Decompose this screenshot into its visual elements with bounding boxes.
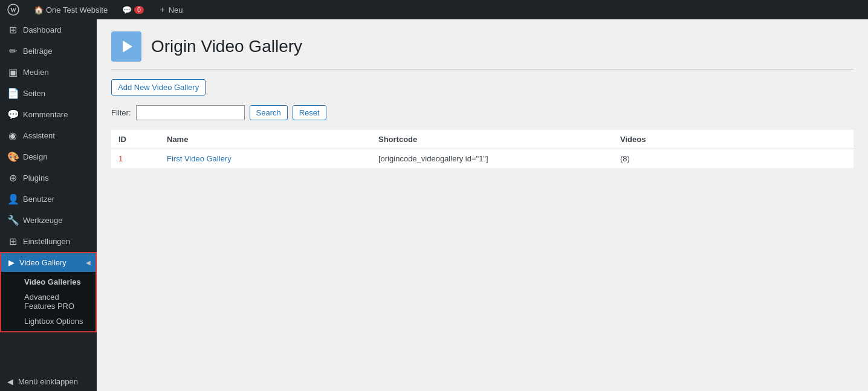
sidebar-item-label: Benutzer (23, 195, 54, 204)
table-cell-shortcode: [origincode_videogallery id="1"] (371, 149, 613, 169)
filter-bar: Filter: Search Reset (111, 105, 853, 120)
sidebar-item-label: Dashboard (23, 25, 62, 34)
sidebar-item-dashboard[interactable]: ⊞ Dashboard (0, 19, 97, 40)
sidebar-item-einstellungen[interactable]: ⊞ Einstellungen (0, 231, 97, 252)
site-name-button[interactable]: 🏠 One Test Website (31, 0, 110, 19)
video-gallery-submenu: Video Galleries Advanced Features PRO Li… (1, 272, 96, 331)
media-icon: ▣ (7, 66, 18, 78)
col-header-id: ID (111, 130, 160, 149)
sidebar-item-label: Einstellungen (23, 237, 70, 246)
sidebar-item-werkzeuge[interactable]: 🔧 Werkzeuge (0, 210, 97, 231)
submenu-advanced-features[interactable]: Advanced Features PRO (1, 289, 96, 314)
plugins-icon: ⊕ (7, 172, 18, 184)
table-cell-id: 1 (111, 149, 160, 169)
submenu-lightbox-options[interactable]: Lightbox Options (1, 314, 96, 329)
sidebar: ⊞ Dashboard ✏ Beiträge ▣ Medien 📄 Seiten… (0, 19, 97, 391)
gallery-shortcode: [origincode_videogallery id="1"] (378, 154, 488, 163)
sidebar-item-label: Werkzeuge (23, 216, 63, 225)
table-header-row: ID Name Shortcode Videos (111, 130, 853, 149)
plus-icon: ＋ (158, 4, 166, 15)
sidebar-item-label: Seiten (23, 89, 45, 98)
users-icon: 👤 (7, 193, 18, 205)
gallery-id-link[interactable]: 1 (118, 154, 123, 163)
wp-logo-button[interactable]: W (5, 0, 22, 19)
chevron-icon: ◀ (86, 259, 91, 266)
submenu-video-galleries[interactable]: Video Galleries (1, 274, 96, 289)
design-icon: 🎨 (7, 151, 18, 163)
tools-icon: 🔧 (7, 215, 18, 226)
sidebar-video-gallery-section: ▶ Video Gallery ◀ Video Galleries Advanc… (0, 252, 97, 332)
comment-icon: 💬 (122, 5, 132, 15)
table-cell-name: First Video Gallery (160, 149, 371, 169)
col-header-videos: Videos (613, 130, 853, 149)
sidebar-item-label: Beiträge (23, 47, 52, 56)
sidebar-item-plugins[interactable]: ⊕ Plugins (0, 167, 97, 189)
posts-icon: ✏ (7, 45, 18, 57)
collapse-menu-button[interactable]: ◀ Menü einklappen (0, 372, 97, 391)
page-icon (111, 31, 141, 62)
filter-label: Filter: (111, 108, 131, 117)
search-button[interactable]: Search (250, 105, 288, 120)
sidebar-item-seiten[interactable]: 📄 Seiten (0, 83, 97, 104)
col-header-shortcode: Shortcode (371, 130, 613, 149)
play-icon (123, 40, 132, 53)
collapse-label: Menü einklappen (18, 377, 78, 386)
filter-input[interactable] (136, 105, 245, 120)
admin-bar: W 🏠 One Test Website 💬 0 ＋ Neu (0, 0, 868, 19)
sidebar-item-label: Medien (23, 68, 49, 77)
site-name-label: One Test Website (46, 5, 108, 15)
collapse-icon: ◀ (7, 377, 13, 386)
page-title: Origin Video Gallery (151, 37, 302, 56)
home-icon: 🏠 (34, 5, 44, 15)
video-gallery-nav-icon: ▶ (8, 258, 15, 267)
sidebar-item-kommentare[interactable]: 💬 Kommentare (0, 104, 97, 125)
add-new-video-gallery-button[interactable]: Add New Video Gallery (111, 79, 206, 95)
col-header-name: Name (160, 130, 371, 149)
sidebar-item-design[interactable]: 🎨 Design (0, 146, 97, 167)
dashboard-icon: ⊞ (7, 24, 18, 36)
svg-text:W: W (10, 7, 16, 13)
sidebar-item-benutzer[interactable]: 👤 Benutzer (0, 189, 97, 210)
sidebar-item-label: Design (23, 152, 47, 161)
content-area: Origin Video Gallery Add New Video Galle… (97, 19, 868, 391)
comments-button[interactable]: 💬 0 (120, 0, 146, 19)
gallery-table: ID Name Shortcode Videos 1 First Video G… (111, 130, 853, 169)
sidebar-video-gallery-label: Video Gallery (19, 258, 66, 267)
table-cell-videos: (8) (613, 149, 853, 169)
gallery-videos-count: (8) (620, 154, 630, 163)
comments-count: 0 (134, 6, 144, 14)
settings-icon: ⊞ (7, 236, 18, 247)
sidebar-item-medien[interactable]: ▣ Medien (0, 62, 97, 83)
sidebar-item-beitraege[interactable]: ✏ Beiträge (0, 40, 97, 62)
assistant-icon: ◉ (7, 130, 18, 141)
sidebar-item-label: Plugins (23, 173, 49, 183)
new-button[interactable]: ＋ Neu (156, 0, 186, 19)
gallery-name-link[interactable]: First Video Gallery (167, 154, 232, 163)
comments-nav-icon: 💬 (7, 109, 18, 120)
pages-icon: 📄 (7, 88, 18, 99)
sidebar-item-label: Assistent (23, 131, 55, 140)
new-label: Neu (169, 5, 183, 15)
page-header: Origin Video Gallery (111, 31, 853, 69)
sidebar-item-assistent[interactable]: ◉ Assistent (0, 125, 97, 146)
reset-button[interactable]: Reset (293, 105, 326, 120)
main-layout: ⊞ Dashboard ✏ Beiträge ▣ Medien 📄 Seiten… (0, 19, 868, 391)
sidebar-item-label: Kommentare (23, 110, 68, 119)
sidebar-item-video-gallery[interactable]: ▶ Video Gallery ◀ (1, 253, 96, 272)
table-row: 1 First Video Gallery [origincode_videog… (111, 149, 853, 169)
